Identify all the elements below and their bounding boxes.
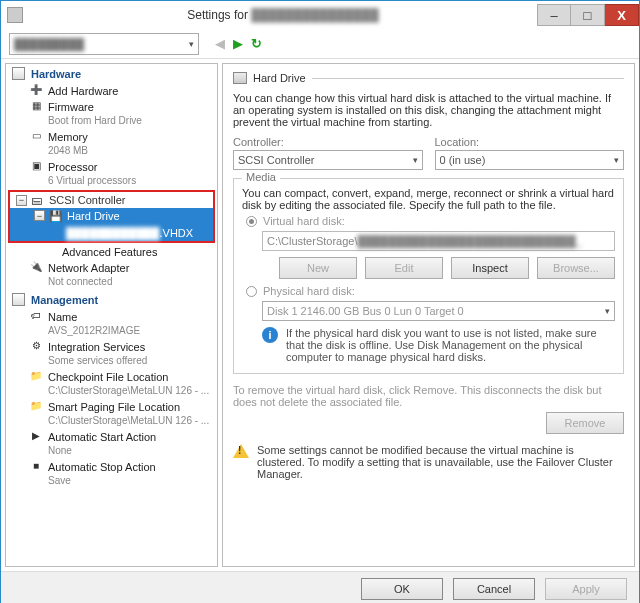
disk-icon [233, 72, 247, 84]
settings-window: Settings for ███████████████ – □ X █████… [0, 0, 640, 603]
dialog-footer: OK Cancel Apply [1, 571, 639, 603]
settings-tree: Hardware ➕ Add Hardware ▦ FirmwareBoot f… [5, 63, 218, 567]
maximize-button[interactable]: □ [571, 4, 605, 26]
chevron-down-icon: ▾ [189, 39, 194, 49]
add-icon: ➕ [28, 84, 44, 96]
play-icon: ▶ [28, 430, 44, 442]
edit-button: Edit [365, 257, 443, 279]
services-icon: ⚙ [28, 340, 44, 352]
chevron-down-icon: ▾ [413, 155, 418, 165]
controller-select[interactable]: SCSI Controller▾ [233, 150, 423, 170]
nav-forward-icon[interactable]: ▶ [229, 36, 247, 51]
detail-pane: Hard Drive You can change how this virtu… [222, 63, 635, 567]
warning-icon [233, 444, 249, 458]
cluster-warning: Some settings cannot be modified because… [233, 444, 624, 480]
memory-icon: ▭ [28, 130, 44, 142]
controller-icon: 🖴 [31, 194, 45, 206]
folder-icon: 📁 [28, 370, 44, 382]
cancel-button[interactable]: Cancel [453, 578, 535, 600]
refresh-icon[interactable]: ↻ [247, 36, 265, 51]
title-bar: Settings for ███████████████ – □ X [1, 1, 639, 29]
location-select[interactable]: 0 (in use)▾ [435, 150, 625, 170]
scsi-controller-item[interactable]: − 🖴 SCSI Controller [10, 192, 213, 208]
collapse-icon[interactable]: − [34, 210, 45, 221]
inspect-button[interactable]: Inspect [451, 257, 529, 279]
radio-icon [246, 286, 257, 297]
window-title: Settings for ███████████████ [29, 8, 537, 22]
chip-icon: ▦ [28, 100, 44, 112]
new-button: New [279, 257, 357, 279]
chevron-down-icon: ▾ [614, 155, 619, 165]
cpu-icon: ▣ [28, 160, 44, 172]
physical-hard-disk-radio[interactable]: Physical hard disk: [246, 285, 615, 297]
hard-drive-item[interactable]: − 💾 Hard Drive [10, 208, 213, 225]
nav-back-icon[interactable]: ◀ [211, 36, 229, 51]
radio-icon [246, 216, 257, 227]
apply-button: Apply [545, 578, 627, 600]
virtual-hard-disk-radio[interactable]: Virtual hard disk: [246, 215, 615, 227]
vm-selector[interactable]: █████████▾ [9, 33, 199, 55]
memory-item[interactable]: ▭ Memory2048 MB [6, 129, 217, 159]
highlight-box: − 🖴 SCSI Controller − 💾 Hard Drive █████… [8, 190, 215, 243]
window-buttons: – □ X [537, 4, 639, 26]
firmware-item[interactable]: ▦ FirmwareBoot from Hard Drive [6, 99, 217, 129]
name-item[interactable]: 🏷 NameAVS_2012R2IMAGE [6, 309, 217, 339]
ok-button[interactable]: OK [361, 578, 443, 600]
checkpoint-location-item[interactable]: 📁 Checkpoint File LocationC:\ClusterStor… [6, 369, 217, 399]
stop-icon: ■ [28, 460, 44, 472]
location-label: Location: [435, 136, 625, 148]
network-icon: 🔌 [28, 261, 44, 273]
smart-paging-location-item[interactable]: 📁 Smart Paging File LocationC:\ClusterSt… [6, 399, 217, 429]
collapse-icon[interactable]: − [16, 195, 27, 206]
management-category[interactable]: Management [6, 290, 217, 309]
media-group-title: Media [242, 171, 280, 183]
remove-button: Remove [546, 412, 624, 434]
app-icon [7, 7, 23, 23]
physical-disk-select: Disk 1 2146.00 GB Bus 0 Lun 0 Target 0▾ [262, 301, 615, 321]
close-button[interactable]: X [605, 4, 639, 26]
toolbar: █████████▾ ◀ ▶ ↻ [1, 29, 639, 59]
minimize-button[interactable]: – [537, 4, 571, 26]
add-hardware-item[interactable]: ➕ Add Hardware [6, 83, 217, 99]
advanced-features-item[interactable]: Advanced Features [6, 244, 217, 260]
auto-stop-item[interactable]: ■ Automatic Stop ActionSave [6, 459, 217, 489]
physical-disk-info: i If the physical hard disk you want to … [262, 327, 615, 363]
browse-button: Browse... [537, 257, 615, 279]
processor-item[interactable]: ▣ Processor6 Virtual processors [6, 159, 217, 189]
chevron-down-icon: ▾ [605, 306, 610, 316]
controller-label: Controller: [233, 136, 423, 148]
folder-icon: 📁 [28, 400, 44, 412]
integration-services-item[interactable]: ⚙ Integration ServicesSome services offe… [6, 339, 217, 369]
auto-start-item[interactable]: ▶ Automatic Start ActionNone [6, 429, 217, 459]
media-description: You can compact, convert, expand, merge,… [242, 187, 615, 211]
network-adapter-item[interactable]: 🔌 Network AdapterNot connected [6, 260, 217, 290]
info-icon: i [262, 327, 278, 343]
hard-drive-file-item[interactable]: ████████████.VHDX [10, 225, 213, 241]
disk-icon: 💾 [49, 210, 63, 223]
media-group: Media You can compact, convert, expand, … [233, 178, 624, 374]
remove-note: To remove the virtual hard disk, click R… [233, 384, 624, 408]
section-heading: Hard Drive [233, 72, 624, 84]
hardware-category[interactable]: Hardware [6, 64, 217, 83]
section-description: You can change how this virtual hard dis… [233, 92, 624, 128]
tag-icon: 🏷 [28, 310, 44, 322]
vhd-path-input[interactable]: C:\ClusterStorage\██████████████████████… [262, 231, 615, 251]
